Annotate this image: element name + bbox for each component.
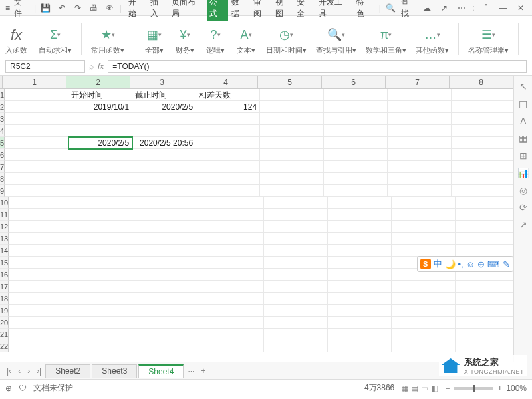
cell[interactable]: [5, 161, 68, 173]
row-header[interactable]: 2: [0, 101, 5, 113]
cell[interactable]: [72, 317, 136, 329]
print-icon[interactable]: 🖶: [88, 2, 100, 14]
cell[interactable]: [5, 113, 68, 125]
cell[interactable]: [132, 161, 196, 173]
cell[interactable]: [200, 329, 264, 340]
ribbon-group-2[interactable]: ★▾常用函数▾: [91, 25, 124, 55]
row-header[interactable]: 21: [0, 329, 9, 340]
ribbon-group-7[interactable]: ◷▾日期和时间▾: [266, 25, 307, 55]
ime-punct[interactable]: •,: [458, 259, 464, 269]
cell[interactable]: [5, 101, 68, 113]
row-header[interactable]: 18: [0, 293, 9, 305]
cell[interactable]: [132, 185, 196, 197]
ribbon-group-3[interactable]: ▦▾全部▾: [144, 25, 165, 55]
cell[interactable]: [328, 293, 392, 305]
cell[interactable]: [260, 173, 324, 185]
select-icon[interactable]: ◫: [519, 98, 527, 109]
cell[interactable]: [452, 125, 513, 137]
cell[interactable]: [264, 233, 328, 245]
ime-tool-icon[interactable]: ⊕: [477, 259, 485, 269]
cell[interactable]: [132, 173, 196, 185]
cell[interactable]: [392, 197, 456, 209]
cell[interactable]: [72, 340, 136, 352]
sheet-tab[interactable]: Sheet4: [138, 364, 184, 378]
cell[interactable]: [260, 161, 324, 173]
cell[interactable]: [132, 125, 196, 137]
ribbon-group-10[interactable]: …▾其他函数▾: [416, 25, 449, 55]
fx-label-icon[interactable]: fx: [98, 62, 104, 71]
lookup-icon[interactable]: ⌕: [89, 62, 94, 71]
ribbon-tab-1[interactable]: 插入: [148, 0, 169, 21]
col-header[interactable]: 2: [66, 76, 130, 88]
cell[interactable]: [9, 269, 72, 281]
share-icon[interactable]: ↗: [438, 2, 450, 14]
row-header[interactable]: 1: [0, 89, 5, 101]
table-icon[interactable]: ▦: [519, 133, 527, 144]
cell[interactable]: [264, 221, 328, 233]
cell[interactable]: [324, 149, 388, 161]
export-icon[interactable]: ↗: [519, 219, 527, 230]
cell[interactable]: [9, 221, 72, 233]
cell[interactable]: [200, 293, 264, 305]
cell[interactable]: [452, 101, 513, 113]
cell[interactable]: [9, 340, 72, 352]
cell[interactable]: [5, 137, 68, 149]
cell[interactable]: [200, 317, 264, 329]
cell[interactable]: [328, 257, 392, 269]
col-header[interactable]: 4: [194, 76, 258, 88]
cell[interactable]: [452, 137, 513, 149]
row-header[interactable]: 17: [0, 281, 9, 293]
row-header[interactable]: 4: [0, 125, 5, 137]
grid-icon[interactable]: ⊞: [519, 150, 527, 161]
cell[interactable]: [136, 329, 200, 340]
cell[interactable]: [136, 281, 200, 293]
row-header[interactable]: 20: [0, 317, 9, 329]
cell[interactable]: [260, 125, 324, 137]
cell[interactable]: [328, 233, 392, 245]
sheet-nav-next[interactable]: ›: [25, 366, 33, 376]
cell[interactable]: [196, 125, 260, 137]
min-icon[interactable]: —: [497, 2, 509, 14]
cell[interactable]: [392, 305, 456, 317]
cell[interactable]: [328, 281, 392, 293]
cell[interactable]: [5, 149, 68, 161]
cell[interactable]: 2019/10/1: [68, 101, 132, 113]
row-header[interactable]: 7: [0, 161, 5, 173]
cell[interactable]: [200, 209, 264, 221]
cell[interactable]: [260, 113, 324, 125]
cell[interactable]: [264, 293, 328, 305]
cell[interactable]: [328, 221, 392, 233]
close-icon[interactable]: ✕: [515, 2, 527, 14]
cell[interactable]: [9, 245, 72, 257]
cell[interactable]: [456, 197, 513, 209]
cell[interactable]: [456, 317, 513, 329]
cell[interactable]: [72, 245, 136, 257]
ribbon-group-5[interactable]: ?▾逻辑▾: [205, 25, 226, 55]
sheet-nav-first[interactable]: |‹: [4, 366, 14, 376]
cell[interactable]: 2020/2/5: [132, 101, 196, 113]
cell[interactable]: [9, 293, 72, 305]
zoom-in-button[interactable]: +: [497, 384, 502, 393]
cell[interactable]: [68, 125, 132, 137]
search-icon[interactable]: 🔍: [385, 2, 397, 14]
cell[interactable]: [200, 257, 264, 269]
col-header[interactable]: 3: [130, 76, 194, 88]
view-break-icon[interactable]: ▭: [421, 384, 428, 393]
cell[interactable]: 截止时间: [132, 89, 196, 101]
ribbon-tab-9[interactable]: 特色: [354, 0, 375, 21]
cell[interactable]: [264, 197, 328, 209]
sheet-tab[interactable]: Sheet3: [92, 364, 137, 378]
cell[interactable]: 开始时间: [68, 89, 132, 101]
cell[interactable]: [392, 340, 456, 352]
cell[interactable]: [264, 281, 328, 293]
cell[interactable]: [260, 89, 324, 101]
cell[interactable]: [392, 293, 456, 305]
insert-function-group[interactable]: fx 入函数: [5, 27, 27, 55]
cell-reference-box[interactable]: R5C2: [5, 60, 85, 73]
cell[interactable]: 2020/2/5 20:56: [132, 137, 196, 149]
ime-lang[interactable]: 中: [434, 258, 442, 270]
cell[interactable]: [72, 197, 136, 209]
ribbon-tab-8[interactable]: 开发工具: [316, 0, 353, 21]
formula-input[interactable]: =TODAY(): [108, 60, 527, 73]
ribbon-tab-5[interactable]: 审阅: [251, 0, 272, 21]
